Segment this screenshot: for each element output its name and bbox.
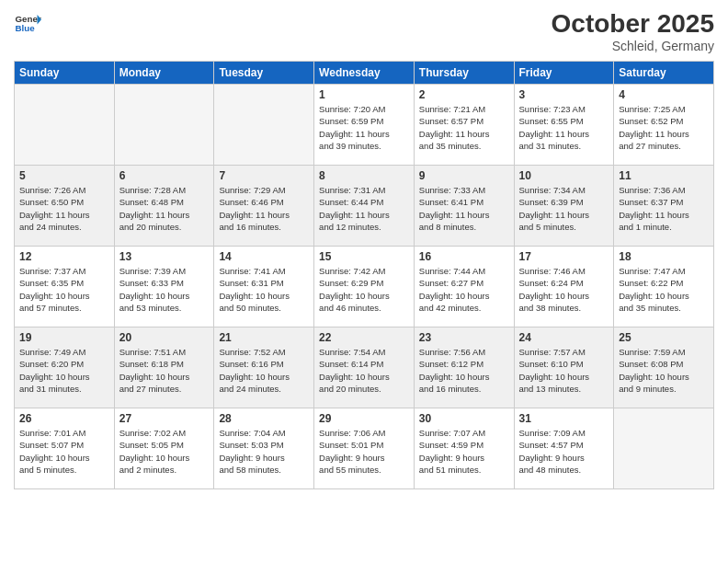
table-row: 11Sunrise: 7:36 AMSunset: 6:37 PMDayligh… (614, 166, 714, 247)
day-number: 25 (619, 331, 709, 344)
day-info: Sunrise: 7:59 AMSunset: 6:08 PMDaylight:… (619, 346, 709, 395)
day-number: 15 (319, 250, 409, 263)
day-info: Sunrise: 7:46 AMSunset: 6:24 PMDaylight:… (519, 265, 609, 314)
table-row: 6Sunrise: 7:28 AMSunset: 6:48 PMDaylight… (114, 166, 214, 247)
day-info: Sunrise: 7:57 AMSunset: 6:10 PMDaylight:… (519, 346, 609, 395)
table-row: 30Sunrise: 7:07 AMSunset: 4:59 PMDayligh… (414, 408, 514, 489)
day-info: Sunrise: 7:21 AMSunset: 6:57 PMDaylight:… (419, 103, 509, 152)
day-info: Sunrise: 7:56 AMSunset: 6:12 PMDaylight:… (419, 346, 509, 395)
day-number: 31 (519, 412, 609, 425)
day-info: Sunrise: 7:41 AMSunset: 6:31 PMDaylight:… (219, 265, 309, 314)
day-info: Sunrise: 7:51 AMSunset: 6:18 PMDaylight:… (119, 346, 210, 395)
calendar-week-row: 26Sunrise: 7:01 AMSunset: 5:07 PMDayligh… (15, 408, 714, 489)
day-number: 11 (619, 169, 709, 182)
table-row: 29Sunrise: 7:06 AMSunset: 5:01 PMDayligh… (314, 408, 415, 489)
table-row: 28Sunrise: 7:04 AMSunset: 5:03 PMDayligh… (214, 408, 314, 489)
location: Schleid, Germany (552, 39, 714, 53)
day-number: 17 (519, 250, 609, 263)
day-info: Sunrise: 7:23 AMSunset: 6:55 PMDaylight:… (519, 103, 609, 152)
day-info: Sunrise: 7:07 AMSunset: 4:59 PMDaylight:… (419, 427, 509, 476)
table-row: 15Sunrise: 7:42 AMSunset: 6:29 PMDayligh… (314, 247, 415, 327)
table-row: 26Sunrise: 7:01 AMSunset: 5:07 PMDayligh… (15, 408, 115, 489)
day-number: 26 (19, 412, 109, 425)
day-number: 27 (119, 412, 210, 425)
day-number: 30 (419, 412, 509, 425)
table-row (114, 85, 214, 166)
day-number: 14 (219, 250, 309, 263)
table-row: 10Sunrise: 7:34 AMSunset: 6:39 PMDayligh… (514, 166, 614, 247)
day-number: 29 (319, 412, 409, 425)
col-thursday: Thursday (414, 62, 514, 85)
table-row: 27Sunrise: 7:02 AMSunset: 5:05 PMDayligh… (114, 408, 214, 489)
calendar-week-row: 19Sunrise: 7:49 AMSunset: 6:20 PMDayligh… (15, 327, 714, 408)
table-row: 18Sunrise: 7:47 AMSunset: 6:22 PMDayligh… (614, 247, 714, 327)
table-row: 25Sunrise: 7:59 AMSunset: 6:08 PMDayligh… (614, 327, 714, 408)
day-number: 12 (19, 250, 109, 263)
day-number: 6 (119, 169, 210, 182)
day-info: Sunrise: 7:31 AMSunset: 6:44 PMDaylight:… (319, 184, 409, 233)
day-info: Sunrise: 7:49 AMSunset: 6:20 PMDaylight:… (19, 346, 109, 395)
logo-icon: General Blue (14, 9, 41, 37)
day-info: Sunrise: 7:01 AMSunset: 5:07 PMDaylight:… (19, 427, 109, 476)
table-row (614, 408, 714, 489)
table-row: 4Sunrise: 7:25 AMSunset: 6:52 PMDaylight… (614, 85, 714, 166)
day-number: 2 (419, 88, 509, 101)
day-info: Sunrise: 7:09 AMSunset: 4:57 PMDaylight:… (519, 427, 609, 476)
calendar-week-row: 12Sunrise: 7:37 AMSunset: 6:35 PMDayligh… (15, 247, 714, 327)
table-row: 8Sunrise: 7:31 AMSunset: 6:44 PMDaylight… (314, 166, 415, 247)
day-number: 5 (19, 169, 109, 182)
table-row (15, 85, 115, 166)
day-info: Sunrise: 7:39 AMSunset: 6:33 PMDaylight:… (119, 265, 210, 314)
table-row: 22Sunrise: 7:54 AMSunset: 6:14 PMDayligh… (314, 327, 415, 408)
month-title: October 2025 (552, 9, 714, 39)
col-sunday: Sunday (15, 62, 115, 85)
day-info: Sunrise: 7:04 AMSunset: 5:03 PMDaylight:… (219, 427, 309, 476)
table-row: 19Sunrise: 7:49 AMSunset: 6:20 PMDayligh… (15, 327, 115, 408)
table-row: 3Sunrise: 7:23 AMSunset: 6:55 PMDaylight… (514, 85, 614, 166)
col-tuesday: Tuesday (214, 62, 314, 85)
day-number: 18 (619, 250, 709, 263)
table-row (214, 85, 314, 166)
table-row: 5Sunrise: 7:26 AMSunset: 6:50 PMDaylight… (15, 166, 115, 247)
day-info: Sunrise: 7:29 AMSunset: 6:46 PMDaylight:… (219, 184, 309, 233)
table-row: 20Sunrise: 7:51 AMSunset: 6:18 PMDayligh… (114, 327, 214, 408)
day-info: Sunrise: 7:26 AMSunset: 6:50 PMDaylight:… (19, 184, 109, 233)
day-info: Sunrise: 7:28 AMSunset: 6:48 PMDaylight:… (119, 184, 210, 233)
table-row: 23Sunrise: 7:56 AMSunset: 6:12 PMDayligh… (414, 327, 514, 408)
day-number: 3 (519, 88, 609, 101)
calendar-header-row: Sunday Monday Tuesday Wednesday Thursday… (15, 62, 714, 85)
day-info: Sunrise: 7:33 AMSunset: 6:41 PMDaylight:… (419, 184, 509, 233)
table-row: 14Sunrise: 7:41 AMSunset: 6:31 PMDayligh… (214, 247, 314, 327)
day-info: Sunrise: 7:20 AMSunset: 6:59 PMDaylight:… (319, 103, 409, 152)
table-row: 24Sunrise: 7:57 AMSunset: 6:10 PMDayligh… (514, 327, 614, 408)
day-number: 21 (219, 331, 309, 344)
day-info: Sunrise: 7:06 AMSunset: 5:01 PMDaylight:… (319, 427, 409, 476)
header: General Blue October 2025 Schleid, Germa… (14, 9, 714, 53)
day-number: 16 (419, 250, 509, 263)
table-row: 1Sunrise: 7:20 AMSunset: 6:59 PMDaylight… (314, 85, 415, 166)
table-row: 21Sunrise: 7:52 AMSunset: 6:16 PMDayligh… (214, 327, 314, 408)
table-row: 17Sunrise: 7:46 AMSunset: 6:24 PMDayligh… (514, 247, 614, 327)
day-number: 1 (319, 88, 409, 101)
calendar-table: Sunday Monday Tuesday Wednesday Thursday… (14, 61, 714, 489)
calendar-week-row: 1Sunrise: 7:20 AMSunset: 6:59 PMDaylight… (15, 85, 714, 166)
col-saturday: Saturday (614, 62, 714, 85)
day-number: 9 (419, 169, 509, 182)
table-row: 7Sunrise: 7:29 AMSunset: 6:46 PMDaylight… (214, 166, 314, 247)
day-info: Sunrise: 7:42 AMSunset: 6:29 PMDaylight:… (319, 265, 409, 314)
day-number: 13 (119, 250, 210, 263)
table-row: 12Sunrise: 7:37 AMSunset: 6:35 PMDayligh… (15, 247, 115, 327)
day-number: 23 (419, 331, 509, 344)
day-number: 10 (519, 169, 609, 182)
calendar-week-row: 5Sunrise: 7:26 AMSunset: 6:50 PMDaylight… (15, 166, 714, 247)
day-info: Sunrise: 7:54 AMSunset: 6:14 PMDaylight:… (319, 346, 409, 395)
day-info: Sunrise: 7:25 AMSunset: 6:52 PMDaylight:… (619, 103, 709, 152)
table-row: 13Sunrise: 7:39 AMSunset: 6:33 PMDayligh… (114, 247, 214, 327)
day-info: Sunrise: 7:47 AMSunset: 6:22 PMDaylight:… (619, 265, 709, 314)
svg-text:Blue: Blue (16, 23, 36, 33)
day-number: 28 (219, 412, 309, 425)
day-number: 4 (619, 88, 709, 101)
day-info: Sunrise: 7:44 AMSunset: 6:27 PMDaylight:… (419, 265, 509, 314)
day-number: 22 (319, 331, 409, 344)
col-monday: Monday (114, 62, 214, 85)
